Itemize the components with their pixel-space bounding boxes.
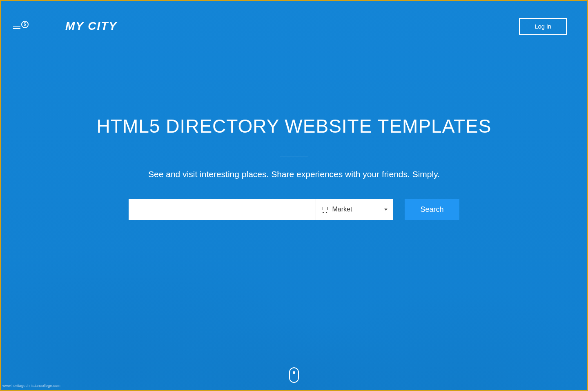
search-bar: Market Search (129, 199, 459, 220)
search-input-group: Market (129, 199, 393, 220)
cart-icon (322, 207, 328, 212)
top-bar-left: 5 MY CITY (13, 20, 117, 33)
notification-badge: 5 (21, 21, 29, 28)
menu-toggle[interactable]: 5 (13, 23, 29, 29)
page-subtitle: See and visit interesting places. Share … (148, 169, 440, 179)
watermark-text: www.heritagechristiancollege.com (2, 384, 60, 388)
scroll-down-indicator[interactable] (289, 367, 299, 383)
title-divider (280, 156, 308, 156)
category-select[interactable]: Market (316, 199, 393, 220)
search-button[interactable]: Search (405, 199, 459, 220)
page-title: HTML5 DIRECTORY WEBSITE TEMPLATES (97, 115, 492, 137)
login-button[interactable]: Log in (519, 18, 567, 35)
top-bar: 5 MY CITY Log in (1, 1, 587, 38)
category-selected-label: Market (332, 206, 384, 213)
menu-icon (13, 23, 20, 29)
search-input[interactable] (129, 199, 316, 220)
hero-content: HTML5 DIRECTORY WEBSITE TEMPLATES See an… (1, 115, 587, 220)
chevron-down-icon (384, 209, 388, 211)
brand-logo[interactable]: MY CITY (65, 20, 117, 33)
